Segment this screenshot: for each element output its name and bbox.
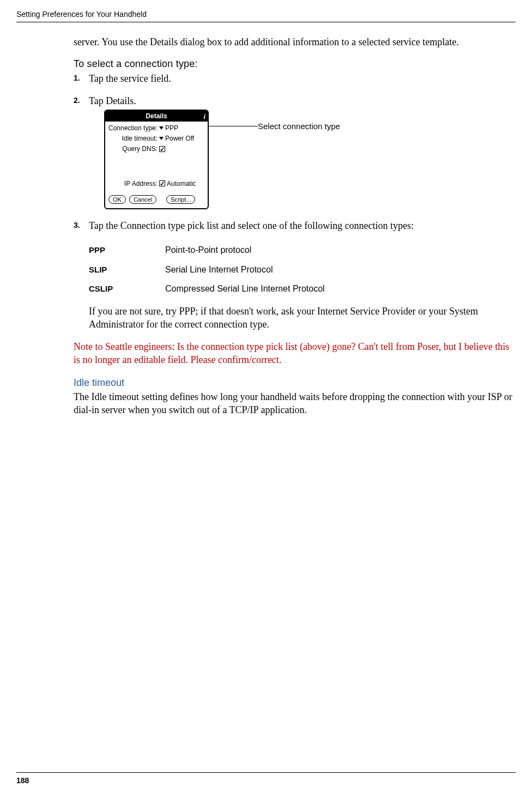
footer-rule	[16, 772, 516, 773]
def-term-ppp: PPP	[89, 244, 165, 256]
value-idle-timeout[interactable]: Power Off	[165, 134, 194, 143]
label-ip-address: IP Address:	[108, 179, 159, 188]
row-ip-address: IP Address: Automatic	[108, 179, 204, 188]
idle-timeout-body: The Idle timeout setting defines how lon…	[74, 390, 516, 417]
value-connection-type[interactable]: PPP	[165, 124, 178, 132]
intro-paragraph: server. You use the Details dialog box t…	[74, 35, 516, 49]
step-2-text: Tap Details.	[89, 95, 136, 106]
def-desc-slip: Serial Line Internet Protocol	[165, 264, 273, 276]
label-idle-timeout: Idle timeout:	[108, 134, 159, 143]
subheading-select-connection: To select a connection type:	[74, 58, 516, 70]
palm-button-row: OK Cancel Script...	[105, 192, 208, 208]
label-query-dns: Query DNS:	[108, 144, 159, 153]
page-footer: 188	[16, 772, 516, 785]
value-ip-address: Automatic	[167, 179, 196, 188]
palm-details-panel: Details i Connection type: PPP Idle time…	[104, 110, 209, 209]
figure-details-dialog: Details i Connection type: PPP Idle time…	[104, 110, 516, 209]
checkbox-ip-auto[interactable]	[159, 180, 165, 186]
palm-title-text: Details	[146, 112, 167, 120]
palm-body: Connection type: PPP Idle timeout: Power…	[105, 122, 208, 192]
def-term-slip: SLIP	[89, 264, 165, 276]
step-3: Tap the Connection type pick list and se…	[74, 219, 516, 331]
def-desc-ppp: Point-to-Point protocol	[165, 244, 251, 256]
step-1: Tap the service field.	[74, 72, 516, 85]
info-icon: i	[203, 112, 205, 122]
steps-list: Tap the service field. Tap Details. Deta…	[74, 72, 516, 331]
heading-idle-timeout: Idle timeout	[74, 377, 516, 389]
def-row-cslip: CSLIP Compressed Serial Line Internet Pr…	[89, 283, 516, 295]
after-defs-paragraph: If you are not sure, try PPP; if that do…	[89, 305, 516, 331]
row-query-dns: Query DNS:	[108, 144, 204, 153]
label-connection-type: Connection type:	[108, 124, 159, 132]
def-desc-cslip: Compressed Serial Line Internet Protocol	[165, 283, 325, 295]
step-3-text: Tap the Connection type pick list and se…	[89, 220, 414, 231]
dropdown-icon[interactable]	[159, 126, 164, 130]
callout-leader-line	[209, 126, 258, 126]
def-row-slip: SLIP Serial Line Internet Protocol	[89, 264, 516, 276]
palm-spacer	[108, 155, 204, 179]
connection-types-table: PPP Point-to-Point protocol SLIP Serial …	[89, 244, 516, 295]
script-button[interactable]: Script...	[166, 195, 195, 204]
def-row-ppp: PPP Point-to-Point protocol	[89, 244, 516, 256]
ok-button[interactable]: OK	[108, 195, 126, 204]
dropdown-icon[interactable]	[159, 137, 164, 140]
page-content: server. You use the Details dialog box t…	[0, 22, 532, 417]
page-number: 188	[16, 776, 516, 785]
checkbox-query-dns[interactable]	[159, 146, 165, 152]
def-term-cslip: CSLIP	[89, 283, 165, 295]
palm-title-bar: Details i	[105, 111, 208, 122]
running-head: Setting Preferences for Your Handheld	[0, 0, 532, 22]
row-connection-type: Connection type: PPP	[108, 124, 204, 132]
step-2: Tap Details. Details i Connection type: …	[74, 94, 516, 209]
editorial-note: Note to Seattle engineers: Is the connec…	[74, 340, 516, 367]
row-idle-timeout: Idle timeout: Power Off	[108, 134, 204, 143]
cancel-button[interactable]: Cancel	[129, 195, 156, 204]
callout-text: Select connection type	[258, 121, 340, 132]
